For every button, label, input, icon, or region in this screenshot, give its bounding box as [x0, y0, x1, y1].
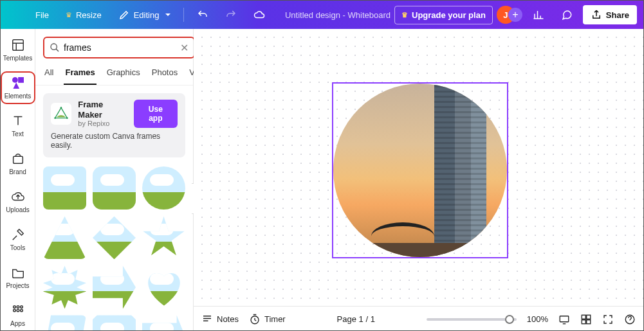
- grid-view-button[interactable]: [580, 314, 592, 325]
- projects-icon: [11, 265, 25, 280]
- svg-point-16: [66, 118, 68, 120]
- zoom-value[interactable]: 100%: [527, 314, 548, 324]
- frame-star[interactable]: [142, 216, 185, 259]
- lamp-shape: [371, 222, 434, 237]
- cloud-sync-button[interactable]: [247, 5, 271, 24]
- frame-tag[interactable]: [142, 315, 185, 331]
- rail-label: Elements: [5, 93, 32, 100]
- tab-all[interactable]: All: [43, 64, 55, 85]
- svg-rect-23: [587, 319, 591, 323]
- text-icon: [11, 114, 25, 128]
- panel-scroll[interactable]: Frame Maker by Repixo Use app Generate c…: [35, 85, 193, 331]
- fullscreen-button[interactable]: [602, 314, 614, 325]
- search-box[interactable]: ✕: [43, 37, 195, 58]
- comment-button[interactable]: [555, 5, 579, 24]
- view-fit-button[interactable]: [558, 314, 570, 325]
- frame-square[interactable]: [43, 166, 86, 210]
- zoom-slider[interactable]: [427, 318, 517, 321]
- frame-heart[interactable]: [142, 265, 185, 309]
- editing-mode-dropdown[interactable]: Editing: [112, 5, 178, 24]
- redo-button[interactable]: [219, 5, 243, 24]
- svg-rect-3: [13, 156, 23, 163]
- search-icon: [50, 42, 60, 53]
- rail-tools[interactable]: Tools: [3, 225, 33, 254]
- share-label: Share: [606, 10, 629, 20]
- undo-button[interactable]: [190, 5, 215, 24]
- notes-icon: [201, 314, 213, 325]
- help-button[interactable]: [624, 314, 636, 325]
- frame-ticket[interactable]: [93, 315, 136, 331]
- frame-circle[interactable]: [142, 166, 185, 210]
- frame-parallelogram[interactable]: [43, 315, 86, 331]
- analytics-button[interactable]: [526, 5, 551, 24]
- svg-point-9: [20, 309, 23, 312]
- timer-label: Timer: [264, 314, 286, 324]
- zoom-thumb[interactable]: [505, 315, 514, 324]
- notes-button[interactable]: Notes: [201, 314, 239, 325]
- svg-rect-20: [582, 315, 585, 319]
- timer-icon: [249, 314, 261, 325]
- app-title: Frame Maker: [78, 100, 127, 120]
- rail-text[interactable]: Text: [3, 111, 33, 140]
- brand-icon: [11, 152, 25, 166]
- chart-icon: [533, 9, 544, 21]
- canvas[interactable]: Notes Timer Page 1 / 1 100%: [194, 29, 643, 331]
- rail-uploads[interactable]: Uploads: [3, 187, 33, 216]
- svg-point-1: [12, 78, 17, 82]
- editing-label: Editing: [134, 10, 160, 20]
- rail-brand[interactable]: Brand: [3, 149, 33, 178]
- use-app-button[interactable]: Use app: [134, 100, 178, 128]
- crown-icon: ♛: [66, 11, 72, 19]
- share-icon: [591, 9, 602, 21]
- svg-rect-0: [12, 40, 23, 51]
- file-menu[interactable]: File: [29, 6, 55, 24]
- resize-button[interactable]: ♛Resize: [59, 6, 108, 24]
- rail-elements[interactable]: Elements: [3, 73, 33, 102]
- top-toolbar: File ♛Resize Editing Untitled design - W…: [1, 1, 643, 29]
- search-input[interactable]: [64, 42, 176, 53]
- selected-frame[interactable]: [333, 84, 507, 257]
- app-card: Frame Maker by Repixo Use app Generate c…: [43, 93, 185, 157]
- frame-triangle[interactable]: [43, 216, 86, 259]
- apps-icon: [11, 303, 25, 318]
- frame-burst[interactable]: [43, 265, 86, 309]
- rail-templates[interactable]: Templates: [3, 35, 33, 64]
- frame-diamond[interactable]: [93, 216, 136, 259]
- timer-button[interactable]: Timer: [249, 314, 286, 325]
- category-tabs: All Frames Graphics Photos Videos ›: [35, 64, 193, 85]
- svg-point-7: [13, 309, 15, 312]
- app-description: Generate custom Canva frames easily.: [51, 132, 178, 150]
- page-indicator[interactable]: Page 1 / 1: [296, 314, 416, 324]
- upgrade-label: Upgrade your plan: [412, 10, 486, 20]
- menu-button[interactable]: [7, 5, 25, 24]
- help-icon: [624, 314, 636, 325]
- tab-graphics[interactable]: Graphics: [106, 64, 142, 85]
- side-rail: Templates Elements Text Brand Uploads To…: [1, 29, 35, 331]
- upgrade-button[interactable]: ♛Upgrade your plan: [394, 6, 493, 24]
- pencil-icon: [118, 9, 130, 21]
- screen-icon: [558, 314, 570, 325]
- rail-label: Uploads: [6, 206, 30, 213]
- building-shape: [434, 84, 486, 257]
- elements-panel: ✕ All Frames Graphics Photos Videos › Fr…: [35, 29, 194, 331]
- rail-apps[interactable]: Apps: [3, 301, 33, 330]
- elements-icon: [11, 76, 25, 90]
- share-button[interactable]: Share: [583, 5, 637, 24]
- add-member-button[interactable]: +: [508, 8, 522, 22]
- document-title[interactable]: Untitled design - Whiteboard: [285, 10, 391, 20]
- frame-rounded[interactable]: [93, 166, 136, 210]
- frames-grid: [43, 166, 185, 331]
- templates-icon: [11, 38, 25, 52]
- divider: [183, 8, 184, 22]
- uploads-icon: [11, 190, 25, 204]
- clear-search-button[interactable]: ✕: [180, 42, 189, 54]
- svg-rect-2: [18, 78, 23, 82]
- rail-label: Tools: [10, 244, 25, 251]
- photo-in-frame[interactable]: [333, 84, 507, 257]
- rail-projects[interactable]: Projects: [3, 263, 33, 292]
- rail-label: Brand: [9, 168, 26, 175]
- tab-photos[interactable]: Photos: [151, 64, 179, 85]
- frame-arrow[interactable]: [93, 265, 136, 309]
- svg-rect-19: [560, 316, 569, 321]
- tab-frames[interactable]: Frames: [64, 64, 96, 85]
